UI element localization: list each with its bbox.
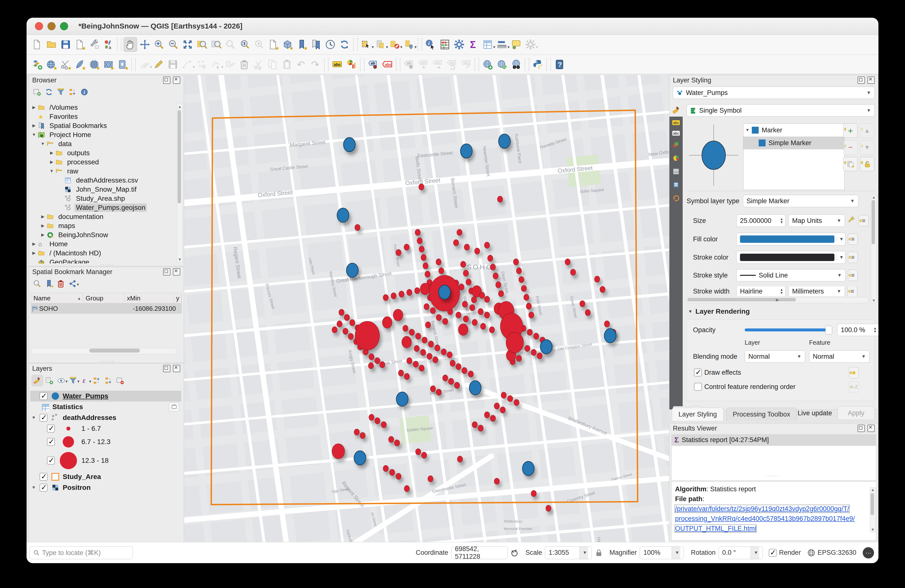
project-properties-button[interactable] bbox=[87, 37, 101, 52]
crs-globe-icon[interactable] bbox=[807, 549, 816, 557]
styling-layer-select[interactable]: Water_Pumps▼ bbox=[673, 87, 875, 99]
layers-float-icon[interactable] bbox=[163, 365, 170, 372]
processing-toolbox-button-button[interactable] bbox=[452, 37, 466, 52]
data-source-manager-button[interactable] bbox=[30, 57, 44, 72]
new-shapefile-layer-button[interactable]: ★ bbox=[59, 57, 72, 72]
new-bookmark-button[interactable]: ★ bbox=[43, 278, 54, 289]
browser-float-icon[interactable] bbox=[163, 76, 170, 84]
browser-item-data[interactable]: ▼data bbox=[31, 139, 176, 148]
close-window-button[interactable] bbox=[35, 22, 43, 30]
layer-item-6-7-12-3[interactable]: 6.7 - 12.3 bbox=[30, 434, 181, 450]
results-scrollbar[interactable]: ▲▼ bbox=[870, 487, 876, 532]
sort-order-button[interactable]: A↓Z bbox=[849, 381, 859, 393]
browser-refresh-button[interactable] bbox=[43, 87, 54, 97]
browser-item-documentation[interactable]: ▶documentation bbox=[31, 212, 176, 221]
map-tips-button[interactable] bbox=[510, 37, 523, 52]
browser-collapse-all-button[interactable] bbox=[67, 87, 78, 97]
styling-float-icon[interactable] bbox=[857, 76, 865, 84]
remove-layer-button[interactable] bbox=[115, 375, 125, 386]
metasearch-button[interactable] bbox=[510, 57, 523, 72]
layer-item-12-3-18[interactable]: 12.3 - 18 bbox=[30, 450, 181, 471]
results-item[interactable]: Σ Statistics report [04:27:54PM] bbox=[672, 434, 876, 445]
browser-item-favorites[interactable]: ★Favorites bbox=[31, 112, 176, 121]
browser-item-john-snow-map-tif[interactable]: John_Snow_Map.tif bbox=[31, 185, 176, 194]
stroke-width-input[interactable]: Hairline▲▼ bbox=[736, 286, 786, 296]
layer-item-statistics[interactable]: Statistics bbox=[30, 402, 181, 412]
new-spatialite-layer-button[interactable]: ★ bbox=[116, 57, 129, 72]
layer-labeling-button[interactable]: abc bbox=[330, 57, 344, 72]
output-file-link[interactable]: /private/var/folders/tz/2sjp96y119q0zt43… bbox=[675, 505, 849, 512]
locator-input[interactable]: Type to locate (⌘K) bbox=[30, 547, 133, 559]
bookmark-close-icon[interactable] bbox=[173, 268, 180, 275]
browser-item-study-area-shp[interactable]: Study_Area.shp bbox=[31, 194, 176, 203]
metasearch-search-button[interactable] bbox=[495, 57, 508, 72]
minimize-window-button[interactable] bbox=[48, 22, 56, 30]
new-geopackage-layer-button[interactable]: ★ bbox=[45, 57, 58, 72]
tab-processing-toolbox[interactable]: Processing Toolbox bbox=[726, 408, 797, 421]
layer-item-1-6-7[interactable]: 1 - 6.7 bbox=[30, 423, 181, 434]
magnifier-select[interactable]: 100%▼ bbox=[640, 547, 684, 559]
rotation-input[interactable]: 0.0 °▼ bbox=[719, 547, 763, 559]
toggle-editing-button[interactable] bbox=[152, 57, 165, 72]
layer-rendering-header[interactable]: ▼Layer Rendering bbox=[688, 308, 750, 315]
browser-item--macintosh-hd-[interactable]: ▶/ (Macintosh HD) bbox=[31, 248, 176, 257]
pan-to-selection-button[interactable] bbox=[138, 37, 151, 52]
zoom-to-selection-button[interactable] bbox=[195, 37, 208, 52]
refresh-map-button[interactable] bbox=[338, 37, 351, 52]
new-3d-map-view-button[interactable]: ★ bbox=[281, 37, 294, 52]
new-project-button[interactable] bbox=[30, 37, 44, 52]
styling-close-icon[interactable] bbox=[867, 76, 875, 84]
browser-item-beingjohnsnow[interactable]: ▶BeingJohnSnow bbox=[31, 230, 176, 239]
results-float-icon[interactable] bbox=[857, 424, 865, 432]
title-bar[interactable]: *BeingJohnSnow — QGIS [Earthsys144 - 202… bbox=[27, 18, 878, 35]
memory-layer-indicator-icon[interactable] bbox=[169, 402, 179, 412]
size-override-button[interactable]: ≡ bbox=[859, 215, 868, 226]
delete-bookmark-button[interactable] bbox=[56, 278, 66, 289]
zoom-to-bookmark-button[interactable] bbox=[32, 278, 43, 289]
layer-diagram-button[interactable] bbox=[345, 57, 358, 72]
layers-close-icon[interactable] bbox=[173, 365, 180, 372]
diagrams-tab-icon[interactable] bbox=[669, 154, 683, 163]
symbol-layer-type-select[interactable]: Simple Marker▼ bbox=[743, 195, 859, 207]
new-virtual-layer-button[interactable]: ★ bbox=[87, 57, 101, 72]
layer-item-study-area[interactable]: Study_Area bbox=[30, 471, 181, 482]
temporal-controller-button[interactable] bbox=[324, 37, 337, 52]
measure-button[interactable]: ▾ bbox=[495, 37, 508, 52]
source-fields-tab-icon[interactable] bbox=[669, 168, 683, 176]
add-symbol-layer-button[interactable]: ＋ bbox=[843, 124, 857, 138]
map-canvas[interactable]: Oxford StreetOxford StreetOxford StreetM… bbox=[184, 75, 669, 542]
fill-override-button[interactable]: ≡ bbox=[848, 234, 858, 245]
zoom-to-layer-button[interactable] bbox=[210, 37, 223, 52]
history-tab-icon[interactable] bbox=[669, 194, 683, 203]
opacity-input[interactable]: 100.0 %▲▼ bbox=[837, 324, 878, 336]
tab-layer-styling[interactable]: Layer Styling bbox=[672, 408, 724, 421]
symbology-tab-icon[interactable] bbox=[669, 103, 683, 117]
move-symbol-up-button[interactable]: ▲ bbox=[860, 124, 874, 138]
stroke-override-button[interactable]: ≡ bbox=[848, 252, 858, 263]
zoom-last-button[interactable] bbox=[238, 37, 251, 52]
highlight-pinned-labels-button[interactable]: abc bbox=[381, 57, 394, 72]
layer-item-deathaddresses[interactable]: ▼deathAddresses bbox=[30, 412, 181, 423]
symbol-node-marker[interactable]: ▼ Marker bbox=[743, 124, 844, 137]
deselect-all-button[interactable]: ▾ bbox=[388, 37, 401, 52]
control-order-row[interactable]: Control feature rendering order A↓Z bbox=[692, 383, 795, 391]
browser-filter-button[interactable] bbox=[56, 87, 66, 97]
extents-icon[interactable] bbox=[510, 549, 519, 557]
layout-manager-button[interactable]: ★ bbox=[73, 37, 87, 52]
browser-item-deathaddresses-csv[interactable]: deathAddresses.csv bbox=[31, 176, 176, 185]
labels-tab-icon[interactable]: abc bbox=[669, 120, 683, 125]
layer-item-positron[interactable]: ▼Positron bbox=[30, 482, 181, 493]
browser-item-project-home[interactable]: ▼Project Home bbox=[31, 130, 176, 139]
browser-item-outputs[interactable]: ▶outputs bbox=[31, 148, 176, 157]
size-assistant-icon[interactable] bbox=[848, 216, 856, 225]
draw-effects-row[interactable]: Draw effects ★ bbox=[692, 369, 741, 377]
pan-map-button[interactable] bbox=[124, 37, 137, 52]
zoom-full-extent-button[interactable] bbox=[181, 37, 194, 52]
render-checkbox[interactable] bbox=[769, 549, 776, 557]
new-temporary-scratch-layer-button[interactable]: ★ bbox=[73, 57, 87, 72]
identify-features-button[interactable]: i bbox=[424, 37, 437, 52]
attributes-form-tab-icon[interactable] bbox=[669, 181, 683, 189]
bookmark-table-header[interactable]: Name▲ Group xMin y bbox=[31, 293, 182, 304]
new-mesh-layer-button[interactable]: ★ bbox=[102, 57, 115, 72]
stroke-width-unit-select[interactable]: Millimeters▼ bbox=[788, 286, 845, 296]
